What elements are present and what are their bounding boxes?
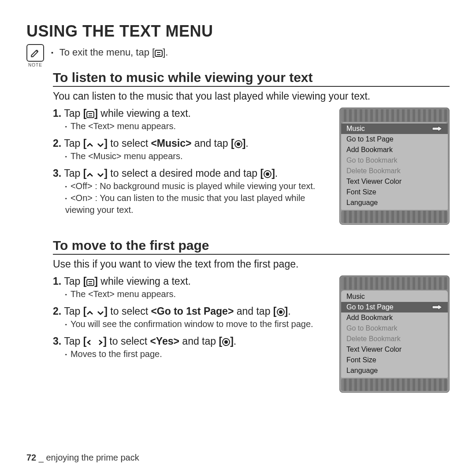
device-menu-item-lang: Language [341, 197, 448, 208]
device-menu-item-addbm: Add Bookmark [341, 312, 448, 323]
section-b-step-3: 3. Tap [] to select <Yes> and tap []. Mo… [53, 335, 331, 360]
device-top-bar [341, 277, 448, 290]
section-b-step-1-sub: The <Text> menu appears. [65, 288, 331, 300]
device-menu-item-lang: Language [341, 365, 448, 376]
footer-section-name: enjoying the prime pack [46, 453, 139, 462]
menu-icon [86, 111, 94, 118]
note-pencil-icon [26, 44, 44, 62]
section-a-step-2: 2. Tap [] to select <Music> and tap []. … [53, 138, 331, 162]
device-menu-item-tvc: Text Viewer Color [341, 176, 448, 187]
device-menu-item-delbm: Delete Bookmark [341, 166, 448, 176]
section-b-step-2-sub: You will see the confirmation window to … [65, 318, 331, 330]
section-b-body: 1. Tap [] while viewing a text. The <Tex… [53, 275, 450, 393]
device-mock-section-a: Music Go to 1st Page Add Bookmark Go to … [339, 108, 450, 225]
page-title: USING THE TEXT MENU [26, 22, 450, 41]
device-menu-item-addbm: Add Bookmark [341, 145, 448, 155]
device-top-bar [341, 109, 448, 122]
section-a-step-3: 3. Tap [] to select a desired mode and t… [53, 167, 331, 216]
device-menu-item-goto1st: Go to 1st Page [341, 134, 448, 145]
device-menu-item-delbm: Delete Bookmark [341, 334, 448, 344]
device-menu-item-fs: Font Size [341, 355, 448, 365]
note-exit-text: To exit the menu, tap []. [51, 47, 168, 58]
section-a-step-1: 1. Tap [] while viewing a text. The <Tex… [53, 108, 331, 132]
menu-icon [86, 279, 94, 286]
selection-arrow-icon [432, 304, 443, 310]
device-mock-section-b: Music Go to 1st Page Add Bookmark Go to … [339, 275, 450, 393]
section-a-intro: You can listen to the music that you las… [53, 90, 450, 102]
select-ring-icon [234, 140, 242, 148]
select-ring-icon [222, 338, 230, 346]
menu-icon [155, 50, 163, 57]
section-a-step-2-sub: The <Music> menu appears. [65, 150, 331, 162]
device-menu-item-gotobm: Go to Bookmark [341, 323, 448, 334]
section-b-step-1: 1. Tap [] while viewing a text. The <Tex… [53, 275, 331, 300]
device-bottom-bar [341, 211, 448, 223]
page-number: 72 [26, 453, 36, 462]
section-b-title: To move to the first page [53, 238, 450, 255]
note-row: NOTE To exit the menu, tap []. [26, 44, 450, 67]
device-menu-item-music: Music [341, 123, 448, 134]
device-menu-item-gotobm: Go to Bookmark [341, 155, 448, 166]
page-footer: 72 _ enjoying the prime pack [26, 453, 139, 463]
device-menu-list: Music Go to 1st Page Add Bookmark Go to … [341, 290, 448, 378]
section-a-step-3-sub-off: <Off> : No background music is played wh… [65, 180, 331, 192]
device-menu-item-music: Music [341, 291, 448, 302]
select-ring-icon [277, 308, 285, 316]
note-label: NOTE [26, 63, 44, 67]
select-ring-icon [264, 170, 271, 178]
device-menu-item-goto1st: Go to 1st Page [341, 302, 448, 312]
section-b-step-3-sub: Moves to the first page. [65, 348, 331, 360]
selection-arrow-icon [432, 126, 443, 132]
device-menu-item-fs: Font Size [341, 187, 448, 197]
left-right-chevron-icon [86, 339, 103, 346]
section-a-step-1-sub: The <Text> menu appears. [65, 120, 331, 132]
up-down-chevron-icon [86, 310, 104, 316]
section-a-title: To listen to music while viewing your te… [53, 70, 450, 87]
up-down-chevron-icon [86, 142, 104, 148]
device-menu-item-tvc: Text Viewer Color [341, 344, 448, 355]
section-a-step-3-sub-on: <On> : You can listen to the music that … [65, 192, 331, 216]
section-a-body: 1. Tap [] while viewing a text. The <Tex… [53, 108, 450, 225]
section-b-step-2: 2. Tap [] to select <Go to 1st Page> and… [53, 305, 331, 330]
section-b-intro: Use this if you want to view the text fr… [53, 258, 450, 270]
device-menu-list: Music Go to 1st Page Add Bookmark Go to … [341, 123, 448, 210]
up-down-chevron-icon [86, 172, 104, 178]
device-bottom-bar [341, 379, 448, 391]
